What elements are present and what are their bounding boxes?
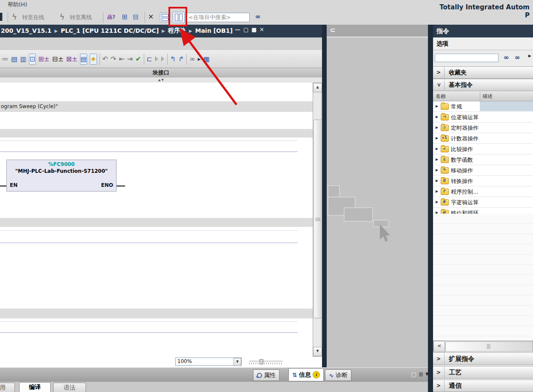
section-communication[interactable]: > 通信 xyxy=(433,380,533,392)
zoom-slider[interactable] xyxy=(249,359,282,365)
fc-en-pin[interactable]: EN xyxy=(10,182,17,188)
instruction-label[interactable]: 字逻辑运算 xyxy=(451,199,479,206)
scroll-up-button[interactable]: ▲ xyxy=(313,83,322,92)
instruction-label[interactable]: 计数器操作 xyxy=(451,135,479,143)
jump-forward-icon[interactable]: ↱ xyxy=(178,54,184,64)
breadcrumb-main-ob1[interactable]: Main [OB1] xyxy=(195,27,233,34)
expand-chevron-icon[interactable]: ▶ xyxy=(436,126,438,129)
expand-chevron-icon[interactable]: ▶ xyxy=(436,115,438,119)
fc-eno-pin[interactable]: ENO xyxy=(101,182,113,188)
more-search-icon[interactable]: ▶ xyxy=(528,54,531,58)
instruction-label[interactable]: 移动操作 xyxy=(451,167,473,175)
find-previous-icon[interactable]: ∞ xyxy=(515,54,520,61)
instruction-row-timers[interactable]: ▶ ◷ 定时器操作 xyxy=(433,123,533,133)
download-icon[interactable]: ⇤ xyxy=(119,54,124,64)
minimize-icon[interactable]: — xyxy=(235,26,240,33)
close-icon[interactable]: ✕ xyxy=(259,26,264,33)
monitor-a-icon[interactable]: ⊧ xyxy=(155,54,158,64)
search-project-icon[interactable]: ∞ xyxy=(255,13,261,20)
zoom-dropdown-button[interactable]: ▼ xyxy=(234,358,241,366)
ladder-content[interactable]: ogram Sweep (Cycle)" %FC9000 "MHJ-PLC-La… xyxy=(0,83,313,357)
instruction-row-compare[interactable]: ▶ < 比较操作 xyxy=(433,144,533,155)
pin-panel-icon[interactable]: ⊂ xyxy=(330,26,336,34)
instruction-label[interactable]: 程序控制... xyxy=(451,188,478,196)
glasses-icon[interactable]: ∞ xyxy=(189,54,195,64)
restore-icon[interactable]: ▢ xyxy=(243,26,248,33)
expand-chevron-icon[interactable]: ▶ xyxy=(436,147,438,151)
undo-icon[interactable]: ↶ xyxy=(103,54,108,64)
monitor-b-icon[interactable]: ⊧ xyxy=(161,54,164,64)
expand-chevron-icon[interactable]: ▶ xyxy=(436,104,438,108)
expand-chevron-icon[interactable]: ▶ xyxy=(436,200,438,204)
instruction-label[interactable]: 定时器操作 xyxy=(451,124,479,132)
go-online-icon[interactable]: ϟ xyxy=(12,12,17,22)
instruction-label[interactable]: 常规 xyxy=(451,103,462,111)
expand-chevron-icon[interactable]: ▶ xyxy=(436,168,438,172)
scroll-down-button[interactable]: ▼ xyxy=(313,347,322,356)
go-online-button[interactable]: 转至在线 xyxy=(22,12,44,23)
instruction-label[interactable]: 比较操作 xyxy=(451,146,473,153)
toolbar-partial-icon[interactable]: ▊ xyxy=(0,12,3,22)
instruction-label[interactable]: 数学函数 xyxy=(451,156,473,164)
breadcrumb-project[interactable]: 200_V15_V15.1 xyxy=(1,27,51,34)
instruction-label[interactable]: 位逻辑运算 xyxy=(451,114,479,121)
find-next-icon[interactable]: ∞ xyxy=(504,54,509,61)
maximize-icon[interactable]: ■ xyxy=(251,26,257,33)
scrollbar-thumb[interactable] xyxy=(445,341,533,352)
zoom-combobox[interactable]: 100% ▼ xyxy=(175,358,242,366)
compile-icon[interactable]: ✔ xyxy=(135,54,141,64)
section-favorites[interactable]: > 收藏夹 xyxy=(433,66,533,79)
insert-box-c-icon[interactable]: ⊠± xyxy=(66,54,77,64)
instruction-row-counters[interactable]: ▶ +1 计数器操作 xyxy=(433,133,533,144)
menu-help[interactable]: 帮助(H) xyxy=(8,1,27,9)
vertical-splitter-left[interactable] xyxy=(322,25,327,367)
close-all-icon[interactable]: ✕ xyxy=(148,12,154,22)
go-offline-icon[interactable]: ϟ xyxy=(60,12,65,22)
favorites-star-icon[interactable]: ★ xyxy=(90,54,97,65)
expand-chevron-icon[interactable]: ▶ xyxy=(436,189,438,193)
insert-box-b-icon[interactable]: ⊟± xyxy=(52,54,63,64)
task-card-hscrollbar[interactable]: < xyxy=(433,340,533,352)
toggle-comments-icon[interactable]: ⊡ xyxy=(29,54,35,65)
expand-chevron-icon[interactable]: ▶ xyxy=(436,136,438,140)
col-desc[interactable]: 描述 xyxy=(482,93,493,100)
start-window-icon[interactable]: ⊞ xyxy=(122,12,127,22)
block-interface-band[interactable]: 块接口 xyxy=(0,68,322,78)
breadcrumb-plc[interactable]: PLC_1 [CPU 1211C DC/DC/DC] xyxy=(61,27,159,34)
tab-info[interactable]: ⇅ 信息 i xyxy=(288,368,324,381)
split-window-icon[interactable]: ⊟ xyxy=(133,12,138,22)
redo-icon[interactable]: ↷ xyxy=(111,54,116,64)
tab-diagnostics[interactable]: ∿ 诊断 xyxy=(325,369,351,381)
instruction-search-input[interactable] xyxy=(435,54,499,62)
instruction-label[interactable]: 转换操作 xyxy=(451,177,473,185)
section-extended-instructions[interactable]: > 扩展指令 xyxy=(433,352,533,365)
expand-chevron-icon[interactable]: ▶ xyxy=(436,157,438,161)
instruction-row-move[interactable]: ▶ ↷ 移动操作 xyxy=(433,165,533,176)
accessible-devices-icon[interactable]: 品? xyxy=(107,12,115,22)
tab-compile[interactable]: 编译 xyxy=(19,382,51,392)
float-pane-icon[interactable]: ▢ xyxy=(411,371,416,378)
section-technology[interactable]: > 工艺 xyxy=(433,366,533,379)
slider-thumb[interactable] xyxy=(259,359,263,364)
insert-block1-icon[interactable]: ▤ xyxy=(11,54,17,64)
table-view-icon[interactable]: ▦ xyxy=(203,54,210,64)
interface-collapse-handle[interactable]: ▲ ▼ xyxy=(0,77,322,83)
ob-comment-band[interactable]: ogram Sweep (Cycle)" xyxy=(0,101,313,112)
instruction-row-program-control[interactable]: ▶ ↱ 程序控制... xyxy=(433,186,533,197)
expand-networks-icon[interactable]: ▤ xyxy=(80,54,87,65)
insert-block2-icon[interactable]: ▥ xyxy=(20,54,26,64)
scroll-left-button[interactable]: < xyxy=(433,341,445,352)
column-divider[interactable] xyxy=(480,92,480,100)
scrollbar-thumb[interactable] xyxy=(314,120,322,318)
upload-icon[interactable]: ⇥ xyxy=(127,54,133,64)
vertical-splitter-right[interactable] xyxy=(428,25,433,392)
instruction-row-word-logic[interactable]: ▶ # 字逻辑运算 xyxy=(433,197,533,208)
go-offline-button[interactable]: 转至离线 xyxy=(70,12,92,23)
expand-chevron-icon[interactable]: ▶ xyxy=(436,179,438,183)
pane-list-icon[interactable]: ≣ xyxy=(419,371,424,378)
collapse-pane-icon[interactable]: ▼ xyxy=(425,372,429,376)
instruction-row-bit-logic[interactable]: ▶ ⊣ 位逻辑运算 xyxy=(433,112,533,123)
project-search-input[interactable]: <在项目中搜索> xyxy=(186,13,250,22)
editor-vertical-scrollbar[interactable]: ▲ ▼ xyxy=(313,83,322,357)
monitor-on-icon[interactable]: ⊏ xyxy=(147,54,152,64)
